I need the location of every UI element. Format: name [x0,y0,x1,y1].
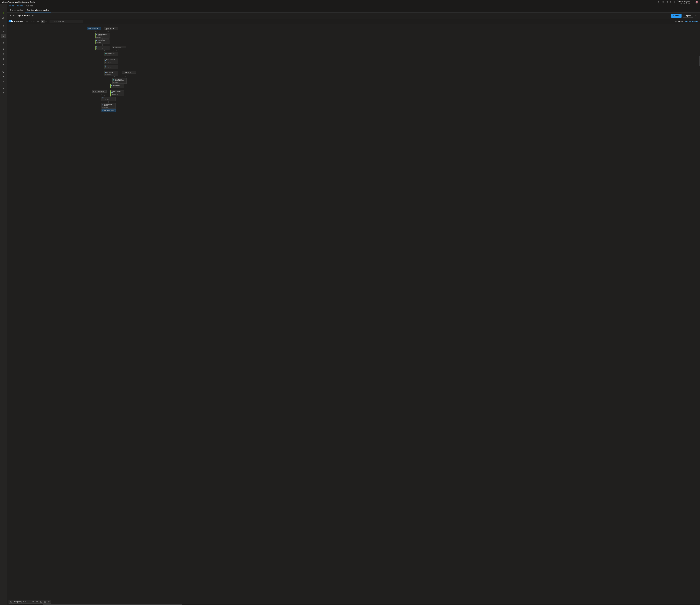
svg-point-8 [4,30,4,30]
svg-rect-14 [3,53,3,54]
file-icon [113,47,114,48]
clock-icon [110,62,111,63]
help-icon[interactable] [665,0,669,4]
datasets-icon[interactable] [1,41,6,46]
node-extract-ngram[interactable]: Extract N-Gram Features from Text Comple… [112,78,127,83]
zoom-in-icon[interactable] [35,600,39,603]
notifications-icon[interactable] [656,0,661,4]
canvas-toolbar: Autosave on Run finished View run overvi… [7,19,700,24]
breadcrumb-designer[interactable]: Designer [17,5,23,7]
vertical-scrollbar[interactable] [699,24,700,604]
module-icon [114,79,114,80]
data-labeling-icon[interactable] [1,86,6,90]
workspace-chevron-icon[interactable] [691,1,693,3]
node-edit-metadata-5[interactable]: Edit Metadata Completed [110,84,124,88]
tab-training[interactable]: Training pipeline [8,8,25,13]
pipeline-title-bar: NLP-api-pipeline Submit Deploy [7,13,700,19]
node-stop-words[interactable]: stop words1 [112,46,126,48]
pipelines-icon[interactable] [1,52,6,56]
view-run-overview-link[interactable]: View run overview [685,20,698,22]
module-icon [96,34,97,35]
module-icon [102,97,103,98]
compute-icon[interactable] [1,70,6,74]
svg-point-23 [696,16,696,16]
auto-layout-icon[interactable] [47,600,50,603]
environments-icon[interactable] [1,75,6,79]
svg-point-7 [3,30,3,30]
save-icon[interactable] [25,20,29,23]
node-select-columns-4[interactable]: Select Columns in Dataset Completed [101,103,116,108]
node-web-output[interactable]: Web Service Output [101,110,116,112]
subscription-name: Azure for Students [677,0,690,2]
horizontal-scrollbar[interactable] [14,604,699,605]
pipeline-settings-icon[interactable] [31,14,34,17]
module-icon [105,60,106,61]
fit-to-screen-icon[interactable] [40,600,43,603]
node-dictionary[interactable]: dictionary_v4 [122,71,136,74]
automl-icon[interactable] [1,29,6,33]
account-info[interactable]: Azure for Students ieee-search-nlp [676,0,691,4]
node-score-model[interactable]: Score Model Completed [101,97,116,101]
node-md-model[interactable]: MD-NLP-product-cat-pipeline-Train_Mo... [93,90,106,93]
node-web-input[interactable]: Web Service Input [87,27,101,30]
tab-realtime[interactable]: Real-time inference pipeline [25,8,51,13]
svg-point-26 [51,21,52,22]
clock-icon [108,99,109,100]
models-icon[interactable] [1,57,6,62]
search-canvas[interactable] [50,20,83,23]
node-edit-metadata-3[interactable]: Edit Metadata Completed [104,65,118,69]
globe-icon [88,28,89,29]
svg-rect-16 [3,54,4,55]
svg-rect-25 [46,21,47,22]
node-single-instance[interactable]: single_instance (prod_cat1) [104,27,118,30]
file-icon [93,91,94,92]
left-rail [0,4,7,605]
notebooks-icon[interactable] [1,23,6,28]
expand-panel-icon[interactable] [9,14,12,17]
node-select-columns-3[interactable]: Select Columns in Dataset Completed [110,90,124,96]
feedback-icon[interactable] [669,0,673,4]
linked-services-icon[interactable] [1,91,6,95]
node-select-columns-1[interactable]: Select Columns in Dataset Completed [95,33,109,39]
navigator-icon[interactable] [9,600,12,603]
svg-point-10 [3,35,3,36]
submit-button[interactable]: Submit [671,14,681,18]
zoom-chevron-icon[interactable] [28,600,31,603]
node-edit-metadata-2[interactable]: Edit Metadata Completed [95,46,109,50]
avatar[interactable] [696,1,698,3]
autosave-toggle[interactable] [8,20,13,22]
select-tool-icon[interactable] [41,20,45,23]
actual-size-icon[interactable] [43,600,47,603]
clock-icon [110,74,111,75]
breadcrumb-home[interactable]: Home [9,5,14,7]
node-preprocess-text[interactable]: Preprocess Text Completed [104,52,118,56]
home-icon[interactable] [1,16,6,21]
settings-icon[interactable] [661,0,665,4]
node-edit-metadata-4[interactable]: Edit Metadata Completed [104,71,118,75]
svg-rect-18 [2,71,4,72]
pan-tool-icon[interactable] [45,20,48,23]
clock-icon [102,48,103,49]
node-edit-metadata-1[interactable]: Edit Metadata Completed [95,40,109,44]
search-input[interactable] [53,20,82,22]
clock-icon [117,94,118,95]
deploy-button[interactable]: Deploy [683,14,693,18]
delete-icon[interactable] [36,20,40,23]
module-icon [96,47,97,47]
clock-icon [110,55,111,55]
more-actions-icon[interactable] [694,14,698,18]
designer-icon[interactable] [1,34,6,39]
node-select-columns-2[interactable]: Select Columns in Dataset Completed [104,58,118,64]
endpoints-icon[interactable] [1,62,6,67]
menu-icon[interactable] [1,5,6,10]
experiments-icon[interactable] [1,46,6,51]
add-icon[interactable] [1,11,6,15]
svg-point-0 [662,2,663,2]
clock-icon [102,42,103,43]
canvas[interactable]: Web Service Input single_instance (prod_… [7,24,700,605]
zoom-out-icon[interactable] [32,600,35,603]
redo-icon [32,20,36,23]
autosave-label: Autosave on [14,20,23,22]
svg-point-11 [4,35,4,36]
datastores-icon[interactable] [1,80,6,84]
